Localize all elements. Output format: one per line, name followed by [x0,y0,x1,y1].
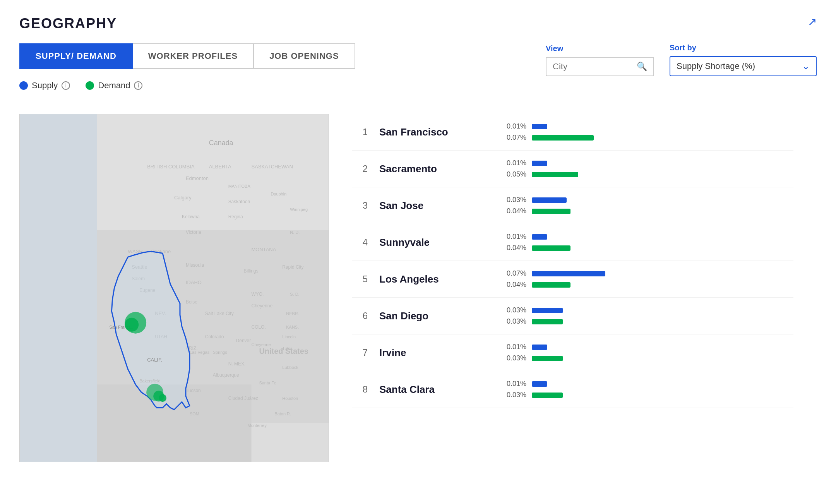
right-panel: 1 San Francisco 0.01% 0.07% 2 Sacramento… [329,114,817,462]
legend-row: Supply i Demand i [19,81,546,91]
svg-text:Tucson: Tucson [186,388,201,393]
svg-text:Denver: Denver [236,338,251,343]
city-list: 1 San Francisco 0.01% 0.07% 2 Sacramento… [352,114,793,408]
city-rank: 6 [352,310,368,321]
sort-label: Sort by [670,43,817,52]
city-bars: 0.01% 0.07% [499,122,793,142]
controls-row: View 🔍 Sort by Supply Shortage (%) ⌄ [546,43,817,76]
demand-bar-row: 0.05% [499,170,793,178]
demand-bar-row: 0.04% [499,244,793,252]
demand-pct: 0.03% [499,391,526,399]
supply-pct: 0.01% [499,380,526,388]
view-label: View [546,44,654,53]
svg-text:Lincoln: Lincoln [282,334,296,339]
sort-dropdown[interactable]: Supply Shortage (%) ⌄ [670,56,817,76]
supply-pct: 0.01% [499,343,526,351]
table-row: 6 San Diego 0.03% 0.03% [352,298,793,334]
svg-text:Victoria: Victoria [186,230,201,235]
demand-pct: 0.07% [499,134,526,142]
svg-text:Boise: Boise [186,299,197,305]
supply-bar-row: 0.01% [499,159,793,167]
supply-pct: 0.01% [499,233,526,241]
supply-dot [19,81,28,90]
supply-bar [532,308,563,313]
supply-pct: 0.03% [499,306,526,314]
chevron-down-icon: ⌄ [802,61,810,72]
city-rank: 8 [352,384,368,395]
tab-supply-demand[interactable]: SUPPLY/ DEMAND [19,43,133,69]
svg-text:MANITOBA: MANITOBA [228,184,251,189]
city-rank: 7 [352,347,368,358]
svg-text:Ciudad Juárez: Ciudad Juárez [228,396,258,401]
svg-text:Houston: Houston [282,396,298,401]
supply-bar-row: 0.01% [499,343,793,351]
city-name: Sacramento [379,163,488,175]
demand-bar-row: 0.03% [499,317,793,326]
city-bars: 0.01% 0.05% [499,159,793,178]
view-search-input[interactable] [553,62,633,72]
sort-value: Supply Shortage (%) [677,61,798,71]
table-row: 4 Sunnyvale 0.01% 0.04% [352,224,793,261]
supply-bar-row: 0.07% [499,269,793,278]
expand-icon[interactable]: ↗ [808,15,817,28]
demand-bar [532,245,570,251]
city-name: San Francisco [379,126,488,138]
page-header: GEOGRAPHY ↗ [19,15,817,32]
city-name: Sunnyvale [379,237,488,249]
search-icon: 🔍 [637,62,647,72]
supply-legend: Supply i [19,81,70,91]
table-row: 5 Los Angeles 0.07% 0.04% [352,261,793,298]
city-bars: 0.01% 0.04% [499,233,793,252]
supply-pct: 0.03% [499,196,526,204]
svg-text:Bakersfield: Bakersfield [139,379,160,383]
demand-bar-row: 0.04% [499,207,793,215]
page-title: GEOGRAPHY [19,15,117,32]
demand-dot [86,81,94,90]
city-bars: 0.03% 0.03% [499,306,793,326]
main-content: Canada BRITISH COLUMBIA ALBERTA SASKATCH… [19,114,817,462]
tab-worker-profiles[interactable]: WORKER PROFILES [133,43,254,69]
demand-pct: 0.05% [499,170,526,178]
table-row: 3 San Jose 0.03% 0.04% [352,187,793,224]
svg-text:Saskatoon: Saskatoon [228,199,250,204]
svg-text:Billings: Billings [244,268,259,274]
svg-text:MONTANA: MONTANA [252,247,276,252]
svg-text:Cheyenne: Cheyenne [252,303,273,309]
svg-point-63 [125,318,139,332]
svg-text:Albuquerque: Albuquerque [213,372,239,378]
demand-info-icon[interactable]: i [134,81,142,90]
demand-bar [532,393,563,398]
svg-text:Edmonton: Edmonton [186,175,209,181]
city-rank: 4 [352,237,368,248]
view-input-container[interactable]: 🔍 [546,57,654,76]
table-row: 8 Santa Clara 0.01% 0.03% [352,371,793,408]
svg-text:SOM.: SOM. [190,411,200,416]
city-name: Irvine [379,347,488,359]
city-name: San Diego [379,310,488,322]
supply-bar-row: 0.01% [499,122,793,130]
tab-job-openings[interactable]: JOB OPENINGS [254,43,355,69]
supply-bar-row: 0.01% [499,380,793,388]
supply-pct: 0.01% [499,122,526,130]
demand-label: Demand [98,81,130,91]
svg-text:Springs: Springs [213,350,228,355]
supply-bar-row: 0.01% [499,233,793,241]
svg-text:Colorado: Colorado [205,334,224,339]
svg-text:N. MEX.: N. MEX. [228,361,246,367]
svg-text:United States: United States [259,347,308,355]
supply-bar [532,271,605,276]
table-row: 1 San Francisco 0.01% 0.07% [352,114,793,151]
svg-text:Dauphin: Dauphin [271,192,286,196]
city-rank: 5 [352,274,368,285]
demand-bar-row: 0.07% [499,134,793,142]
svg-rect-3 [97,114,329,230]
demand-bar-row: 0.04% [499,281,793,289]
supply-bar [532,234,547,240]
demand-pct: 0.04% [499,281,526,289]
svg-text:Kelowna: Kelowna [182,214,200,219]
supply-bar-row: 0.03% [499,306,793,314]
svg-text:Las Vegas: Las Vegas [190,350,210,355]
supply-info-icon[interactable]: i [62,81,70,90]
svg-text:WYO.: WYO. [252,291,264,297]
demand-bar [532,319,563,324]
